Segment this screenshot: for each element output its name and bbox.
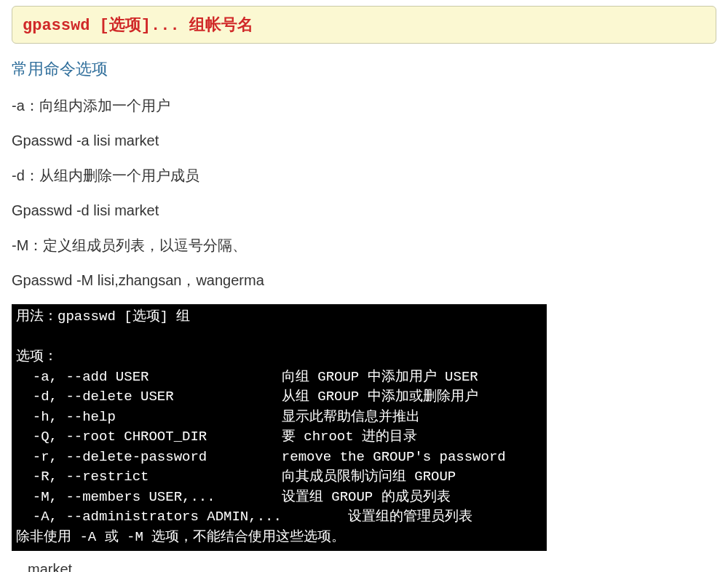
option-d-desc: -d：从组内删除一个用户成员	[12, 164, 716, 186]
syntax-text: gpasswd [选项]... 组帐号名	[23, 17, 253, 35]
example-a: Gpasswd -a lisi market	[12, 130, 716, 151]
example-d: Gpasswd -d lisi market	[12, 199, 716, 221]
example-m: Gpasswd -M lisi,zhangsan，wangerma	[12, 269, 716, 291]
section-title: 常用命令选项	[12, 58, 716, 80]
syntax-box: gpasswd [选项]... 组帐号名	[12, 6, 716, 44]
trailing-text: market	[28, 561, 716, 572]
option-a-desc: -a：向组内添加一个用户	[12, 95, 716, 116]
option-m-desc: -M：定义组成员列表，以逗号分隔、	[12, 234, 716, 256]
terminal-output: 用法：gpasswd [选项] 组 选项： -a, --add USER 向组 …	[12, 304, 547, 551]
